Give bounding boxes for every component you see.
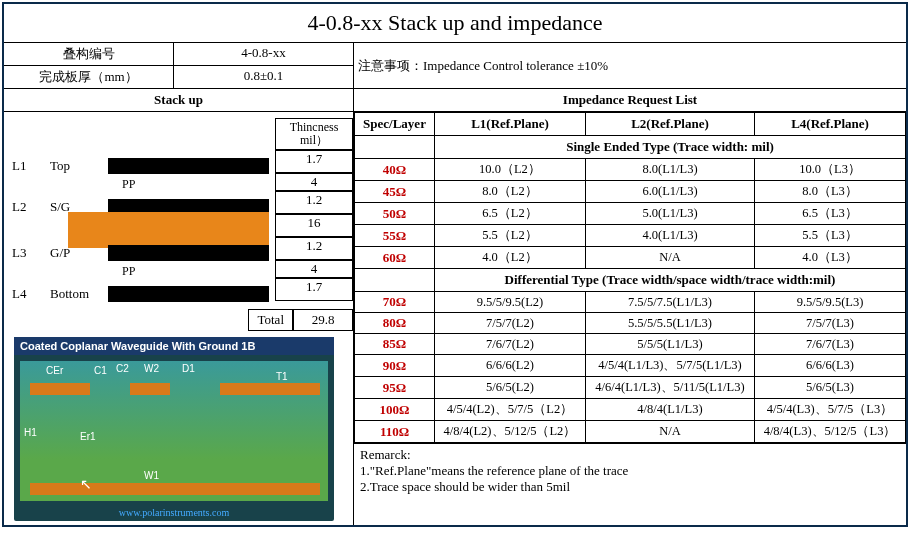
single-ended-header: Single Ended Type (Trace width: mil) <box>435 136 906 159</box>
table-row: 50Ω6.5（L2）5.0(L1/L3)6.5（L3） <box>355 203 906 225</box>
layer-id: L4 <box>12 286 50 302</box>
document-frame: 4-0.8-xx Stack up and impedance 叠构编号 4-0… <box>2 2 908 527</box>
differential-header: Differential Type (Trace width/space wid… <box>435 269 906 292</box>
meta-label-thickness: 完成板厚（mm） <box>4 66 174 88</box>
cursor-icon: ↖ <box>80 476 92 493</box>
layer-name: Top <box>50 158 108 174</box>
remark-line: 2.Trace space should be wider than 5mil <box>360 479 900 495</box>
total-label: Total <box>248 309 293 331</box>
layer-bar-copper <box>108 286 269 302</box>
thickness-cell: 4 <box>275 173 353 191</box>
col-l2: L2(Ref.Plane) <box>585 113 754 136</box>
table-row: 45Ω8.0（L2）6.0(L1/L3)8.0（L3） <box>355 181 906 203</box>
thickness-cell: 16 <box>275 214 353 237</box>
layer-bar-copper <box>108 158 269 174</box>
meta-val-stackno: 4-0.8-xx <box>174 43 354 65</box>
diagram-label-h1: H1 <box>24 427 37 438</box>
diagram-label-w1: W1 <box>144 470 159 481</box>
diagram-label-cer: CEr <box>46 365 63 376</box>
meta-section: 叠构编号 4-0.8-xx 完成板厚（mm） 0.8±0.1 注意事项： Imp… <box>4 43 906 89</box>
table-row: 110Ω4/8/4(L2)、5/12/5（L2）N/A4/8/4(L3)、5/1… <box>355 421 906 443</box>
table-row: 100Ω4/5/4(L2)、5/7/5（L2）4/8/4(L1/L3)4/5/4… <box>355 399 906 421</box>
col-l4: L4(Ref.Plane) <box>755 113 906 136</box>
table-row: 85Ω7/6/7(L2)5/5/5(L1/L3)7/6/7(L3) <box>355 334 906 355</box>
thickness-cell: 1.2 <box>275 237 353 260</box>
layer-id: L3 <box>12 245 50 261</box>
stackup-diagram: L1Top PP L2S/G L3G/P PP L4Bottom <box>4 118 275 309</box>
layer-name: G/P <box>50 245 108 261</box>
diagram-label-w2: W2 <box>144 363 159 374</box>
table-row: 55Ω5.5（L2）4.0(L1/L3)5.5（L3） <box>355 225 906 247</box>
diagram-label-c2: C2 <box>116 363 129 374</box>
layer-id: L2 <box>12 199 50 215</box>
table-row: 40Ω10.0（L2）8.0(L1/L3)10.0（L3） <box>355 159 906 181</box>
col-spec: Spec/Layer <box>355 113 435 136</box>
note-label: 注意事项： <box>358 57 423 75</box>
remarks-title: Remarck: <box>360 447 900 463</box>
table-row: 80Ω7/5/7(L2)5.5/5/5.5(L1/L3)7/5/7(L3) <box>355 313 906 334</box>
layer-bar-core <box>68 212 269 248</box>
table-row: 60Ω4.0（L2）N/A4.0（L3） <box>355 247 906 269</box>
remark-line: 1."Ref.Plane"means the reference plane o… <box>360 463 900 479</box>
impedance-table: Spec/Layer L1(Ref.Plane) L2(Ref.Plane) L… <box>354 112 906 443</box>
pp-label: PP <box>12 177 273 195</box>
layer-bar-copper <box>108 245 269 261</box>
table-row: 95Ω5/6/5(L2)4/6/4(L1/L3)、5/11/5(L1/L3)5/… <box>355 377 906 399</box>
thickness-cell: 1.7 <box>275 150 353 173</box>
thickness-header: Thincnessmil） <box>275 118 353 150</box>
pp-label: PP <box>12 264 273 282</box>
page-title: 4-0.8-xx Stack up and impedance <box>4 4 906 43</box>
table-row: 70Ω9.5/5/9.5(L2)7.5/5/7.5(L1/L3)9.5/5/9.… <box>355 292 906 313</box>
diagram-label-d1: D1 <box>182 363 195 374</box>
meta-val-thickness: 0.8±0.1 <box>174 66 354 88</box>
thickness-cell: 1.7 <box>275 278 353 301</box>
col-l1: L1(Ref.Plane) <box>435 113 586 136</box>
thickness-cell: 4 <box>275 260 353 278</box>
note-value: Impedance Control tolerance ±10% <box>423 58 608 74</box>
total-value: 29.8 <box>293 309 353 331</box>
diagram-url: www.polarinstruments.com <box>14 507 334 521</box>
waveguide-diagram: Coated Coplanar Waveguide With Ground 1B… <box>14 337 334 521</box>
impedance-heading: Impedance Request List <box>354 89 906 112</box>
diagram-title: Coated Coplanar Waveguide With Ground 1B <box>14 337 334 355</box>
table-row: 90Ω6/6/6(L2)4/5/4(L1/L3)、5/7/5(L1/L3)6/6… <box>355 355 906 377</box>
stackup-heading: Stack up <box>4 89 353 112</box>
layer-name: Bottom <box>50 286 108 302</box>
diagram-label-er1: Er1 <box>80 431 96 442</box>
thickness-cell: 1.2 <box>275 191 353 214</box>
diagram-label-t1: T1 <box>276 371 288 382</box>
diagram-label-c1: C1 <box>94 365 107 376</box>
remarks-section: Remarck: 1."Ref.Plane"means the referenc… <box>354 443 906 498</box>
meta-label-stackno: 叠构编号 <box>4 43 174 65</box>
layer-id: L1 <box>12 158 50 174</box>
